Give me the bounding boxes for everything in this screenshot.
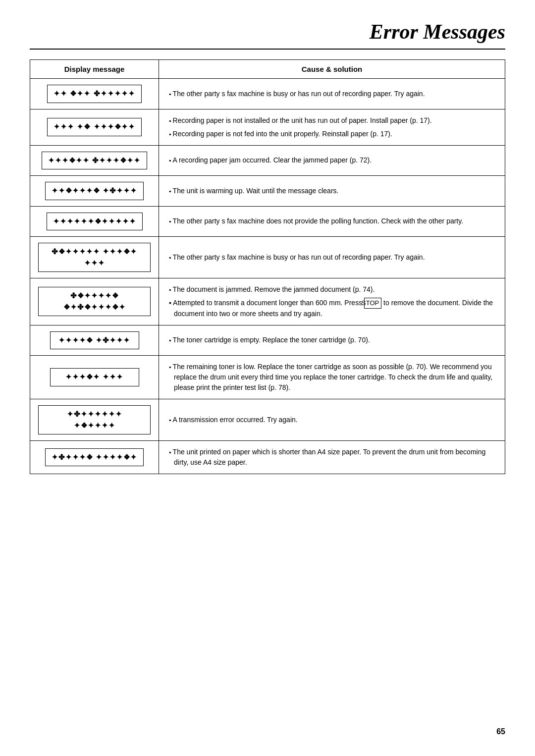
cause-item: A transmission error occurred. Try again…: [169, 415, 497, 425]
display-message-cell: ✦✦✦❖✦ ✦✦✦: [30, 356, 159, 399]
display-message-cell: ✤❖✦✦✦✦❖ ❖✦✤❖✦✦✦❖✦: [30, 278, 159, 325]
display-message-cell: ✦✦❖✦✦✦❖ ✦✤✦✦✦: [30, 176, 159, 207]
cause-solution-cell: A recording paper jam occurred. Clear th…: [159, 145, 505, 176]
cause-item: The toner cartridge is empty. Replace th…: [169, 335, 497, 345]
cause-item: The unit printed on paper which is short…: [169, 447, 497, 468]
cause-item: The other party s fax machine is busy or…: [169, 252, 497, 263]
col-cause-solution: Cause & solution: [159, 60, 505, 79]
table-row: ✦✤✦✦✦❖ ✦✦✦✦❖✦The unit printed on paper w…: [30, 441, 505, 474]
cause-solution-cell: Recording paper is not installed or the …: [159, 109, 505, 145]
cause-item: The other party s fax machine does not p…: [169, 216, 497, 226]
table-row: ✤❖✦✦✦✦❖ ❖✦✤❖✦✦✦❖✦The document is jammed.…: [30, 278, 505, 325]
display-message-cell: ✤❖✦✦✦✦✦ ✦✦✦❖✦ ✦✦✦: [30, 237, 159, 278]
col-display-message: Display message: [30, 60, 159, 79]
cause-item: The other party s fax machine is busy or…: [169, 89, 497, 99]
table-row: ✦✦✦✦❖ ✦✤✦✦✦The toner cartridge is empty.…: [30, 325, 505, 356]
cause-item: Recording paper is not fed into the unit…: [169, 129, 497, 139]
table-row: ✦✦✦✦✦✦❖✦✦✦✦✦The other party s fax machin…: [30, 206, 505, 237]
table-row: ✦✦✦ ✦❖ ✦✦✦❖✦✦Recording paper is not inst…: [30, 109, 505, 145]
page-number: 65: [496, 727, 505, 736]
table-row: ✦✦ ❖✦✦ ✤✦✦✦✦✦The other party s fax machi…: [30, 79, 505, 109]
cause-item: A recording paper jam occurred. Clear th…: [169, 155, 497, 165]
cause-item: ▪ Attempted to transmit a document longe…: [169, 298, 497, 319]
display-message-cell: ✦✦ ❖✦✦ ✤✦✦✦✦✦: [30, 79, 159, 109]
display-message-cell: ✦✤✦✦✦✦✦✦ ✦❖✦✦✦✦: [30, 399, 159, 441]
cause-solution-cell: The unit is warming up. Wait until the m…: [159, 176, 505, 207]
display-message-cell: ✦✦✦❖✦✦ ✤✦✦✦❖✦✦: [30, 145, 159, 176]
cause-solution-cell: The other party s fax machine is busy or…: [159, 237, 505, 278]
cause-item: The document is jammed. Remove the jamme…: [169, 284, 497, 295]
cause-solution-cell: A transmission error occurred. Try again…: [159, 399, 505, 441]
display-message-cell: ✦✦✦✦✦✦❖✦✦✦✦✦: [30, 206, 159, 237]
cause-solution-cell: The toner cartridge is empty. Replace th…: [159, 325, 505, 356]
error-table: Display message Cause & solution ✦✦ ❖✦✦ …: [30, 59, 505, 474]
cause-solution-cell: The remaining toner is low. Replace the …: [159, 356, 505, 399]
cause-item: The unit is warming up. Wait until the m…: [169, 186, 497, 196]
display-message-cell: ✦✦✦ ✦❖ ✦✦✦❖✦✦: [30, 109, 159, 145]
cause-solution-cell: The unit printed on paper which is short…: [159, 441, 505, 474]
table-header-row: Display message Cause & solution: [30, 60, 505, 79]
cause-solution-cell: The other party s fax machine does not p…: [159, 206, 505, 237]
table-row: ✦✦✦❖✦ ✦✦✦The remaining toner is low. Rep…: [30, 356, 505, 399]
table-row: ✤❖✦✦✦✦✦ ✦✦✦❖✦ ✦✦✦The other party s fax m…: [30, 237, 505, 278]
page-title: Error Messages: [30, 20, 505, 50]
page: Error Messages Display message Cause & s…: [0, 0, 535, 756]
cause-solution-cell: The document is jammed. Remove the jamme…: [159, 278, 505, 325]
cause-solution-cell: The other party s fax machine is busy or…: [159, 79, 505, 109]
table-row: ✦✦❖✦✦✦❖ ✦✤✦✦✦The unit is warming up. Wai…: [30, 176, 505, 207]
table-row: ✦✦✦❖✦✦ ✤✦✦✦❖✦✦A recording paper jam occu…: [30, 145, 505, 176]
cause-item: Recording paper is not installed or the …: [169, 115, 497, 126]
table-row: ✦✤✦✦✦✦✦✦ ✦❖✦✦✦✦A transmission error occu…: [30, 399, 505, 441]
display-message-cell: ✦✦✦✦❖ ✦✤✦✦✦: [30, 325, 159, 356]
cause-item: The remaining toner is low. Replace the …: [169, 362, 497, 393]
display-message-cell: ✦✤✦✦✦❖ ✦✦✦✦❖✦: [30, 441, 159, 474]
